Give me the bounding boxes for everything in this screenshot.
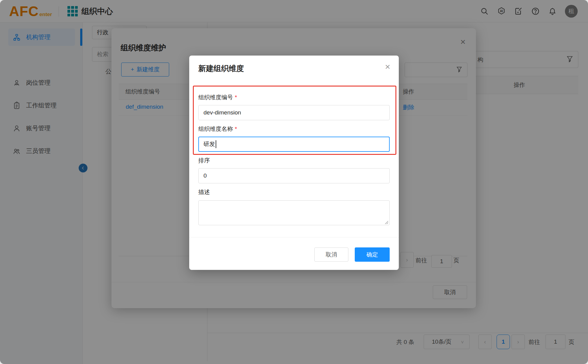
dialog-confirm-button[interactable]: 确定 — [355, 247, 390, 262]
dialog-footer-divider — [189, 237, 399, 237]
required-asterisk: * — [235, 126, 237, 132]
code-input[interactable] — [198, 105, 390, 120]
dialog-title: 新建组织维度 — [198, 63, 244, 73]
textarea-resize-handle[interactable] — [384, 220, 388, 224]
dialog-close-icon[interactable]: × — [385, 62, 390, 71]
new-dimension-dialog: 新建组织维度 × 组织维度编号* 组织维度名称* 研发 排序 描述 取消 确定 — [189, 56, 399, 270]
code-label-text: 组织维度编号 — [198, 94, 233, 100]
text-caret — [216, 140, 216, 148]
required-asterisk: * — [235, 94, 237, 100]
name-input-value: 研发 — [203, 140, 215, 148]
name-field-label: 组织维度名称* — [198, 125, 237, 133]
dialog-cancel-button[interactable]: 取消 — [314, 247, 348, 262]
desc-textarea[interactable] — [198, 200, 390, 225]
app-window: AFC enter 组织中心 AI 租 — [0, 0, 588, 364]
name-label-text: 组织维度名称 — [198, 126, 233, 132]
sort-input[interactable] — [198, 168, 390, 183]
desc-field-label: 描述 — [198, 188, 210, 196]
code-field-label: 组织维度编号* — [198, 94, 237, 101]
name-input[interactable]: 研发 — [198, 137, 390, 152]
sort-field-label: 排序 — [198, 157, 210, 165]
